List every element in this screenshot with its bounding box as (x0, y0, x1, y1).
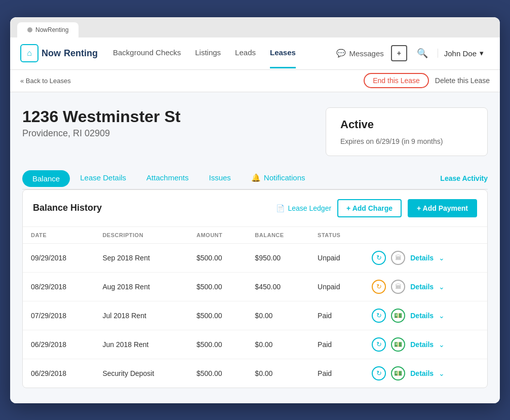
add-box-icon[interactable]: + (391, 45, 407, 61)
refresh-icon[interactable]: ↻ (372, 309, 386, 323)
notifications-label: Notifications (264, 173, 305, 182)
lease-ledger-button[interactable]: 📄 Lease Ledger (276, 204, 331, 212)
cell-date: 08/29/2018 (23, 272, 94, 301)
back-to-leases-link[interactable]: Back to Leases (20, 77, 71, 85)
details-link[interactable]: Details (410, 283, 434, 291)
table-header: DATE DESCRIPTION AMOUNT BALANCE STATUS (23, 227, 487, 244)
row-actions: ↻ 🏛 Details ⌄ (372, 280, 479, 294)
end-lease-button[interactable]: End this Lease (364, 73, 429, 88)
ledger-doc-icon: 📄 (276, 204, 285, 212)
payment-icon[interactable]: 🏛 (391, 280, 405, 294)
details-link[interactable]: Details (410, 254, 434, 262)
cell-amount: $500.00 (188, 359, 247, 388)
sub-nav: Back to Leases End this Lease Delete thi… (10, 70, 500, 92)
tab-notifications[interactable]: 🔔 Notifications (241, 168, 316, 189)
balance-history-title: Balance History (33, 203, 102, 213)
tabs-bar: Balance Lease Details Attachments Issues… (22, 168, 488, 189)
chevron-down-icon[interactable]: ⌄ (439, 254, 445, 262)
ledger-label: Lease Ledger (288, 204, 331, 212)
row-actions: ↻ 🏛 Details ⌄ (372, 251, 479, 265)
user-menu[interactable]: John Doe ▾ (438, 49, 490, 58)
user-name: John Doe (444, 49, 477, 58)
messages-label: Messages (349, 49, 383, 58)
cell-balance: $0.00 (247, 301, 309, 330)
nav-link-listings[interactable]: Listings (195, 38, 221, 68)
cell-balance: $0.00 (247, 359, 309, 388)
table-row: 08/29/2018 Aug 2018 Rent $500.00 $450.00… (23, 272, 487, 301)
cell-date: 09/29/2018 (23, 243, 94, 272)
chevron-down-icon[interactable]: ⌄ (439, 283, 445, 291)
cell-actions: ↻ 💵 Details ⌄ (364, 359, 487, 388)
payment-icon[interactable]: 💵 (391, 309, 405, 323)
messages-nav[interactable]: 💬 Messages (336, 49, 383, 58)
add-charge-button[interactable]: + Add Charge (337, 199, 402, 217)
details-link[interactable]: Details (410, 312, 434, 320)
tab-lease-details[interactable]: Lease Details (70, 168, 136, 188)
cell-description: Jun 2018 Rent (94, 330, 188, 359)
details-link[interactable]: Details (410, 369, 434, 377)
cell-actions: ↻ 💵 Details ⌄ (364, 330, 487, 359)
cell-amount: $500.00 (188, 272, 247, 301)
table-row: 09/29/2018 Sep 2018 Rent $500.00 $950.00… (23, 243, 487, 272)
nav-link-background-checks[interactable]: Background Checks (113, 38, 181, 68)
nav-links: Background Checks Listings Leads Leases (113, 38, 336, 68)
add-payment-button[interactable]: + Add Payment (408, 199, 477, 217)
col-status: STATUS (309, 227, 364, 244)
cell-amount: $500.00 (188, 330, 247, 359)
refresh-icon[interactable]: ↻ (372, 337, 386, 352)
speech-bubble-icon: 💬 (336, 49, 346, 58)
payment-icon[interactable]: 💵 (391, 366, 405, 380)
tab-dot (27, 27, 32, 32)
cell-date: 06/29/2018 (23, 330, 94, 359)
chevron-down-icon: ▾ (480, 49, 484, 58)
expires-text: Expires on 6/29/19 (in 9 months) (340, 137, 473, 145)
logo[interactable]: ⌂ NowRenting (20, 44, 98, 62)
balance-card: Balance History 📄 Lease Ledger + Add Cha… (22, 189, 488, 388)
payment-icon[interactable]: 🏛 (391, 251, 405, 265)
cell-description: Sep 2018 Rent (94, 243, 188, 272)
status-title: Active (340, 118, 473, 131)
chevron-down-icon[interactable]: ⌄ (439, 340, 445, 349)
cell-balance: $950.00 (247, 243, 309, 272)
property-address-line2: Providence, RI 02909 (22, 128, 180, 139)
tab-issues[interactable]: Issues (199, 168, 241, 188)
browser-window: NowRenting ⌂ NowRenting Background Check… (10, 17, 500, 403)
payment-icon[interactable]: 💵 (391, 337, 405, 352)
refresh-icon[interactable]: ↻ (372, 366, 386, 380)
col-date: DATE (23, 227, 94, 244)
status-card: Active Expires on 6/29/19 (in 9 months) (326, 107, 488, 156)
balance-table: DATE DESCRIPTION AMOUNT BALANCE STATUS 0… (23, 227, 487, 388)
nav-link-leases[interactable]: Leases (270, 38, 296, 68)
tab-attachments[interactable]: Attachments (136, 168, 199, 188)
cell-status: Paid (309, 359, 364, 388)
sub-nav-actions: End this Lease Delete this Lease (364, 73, 490, 88)
search-icon[interactable]: 🔍 (414, 45, 430, 61)
cell-amount: $500.00 (188, 243, 247, 272)
cell-description: Security Deposit (94, 359, 188, 388)
refresh-icon[interactable]: ↻ (372, 251, 386, 265)
nav-right: 💬 Messages + 🔍 John Doe ▾ (336, 45, 490, 61)
table-row: 07/29/2018 Jul 2018 Rent $500.00 $0.00 P… (23, 301, 487, 330)
bell-icon: 🔔 (251, 173, 261, 182)
tab-balance[interactable]: Balance (22, 170, 70, 187)
cell-actions: ↻ 🏛 Details ⌄ (364, 272, 487, 301)
property-header: 1236 Westminster St Providence, RI 02909… (22, 107, 488, 156)
nav-link-leads[interactable]: Leads (235, 38, 256, 68)
cell-date: 06/29/2018 (23, 359, 94, 388)
cell-amount: $500.00 (188, 301, 247, 330)
chevron-down-icon[interactable]: ⌄ (439, 312, 445, 320)
col-actions (364, 227, 487, 244)
chevron-down-icon[interactable]: ⌄ (439, 369, 445, 377)
balance-actions: 📄 Lease Ledger + Add Charge + Add Paymen… (276, 199, 477, 217)
tab-label: NowRenting (35, 26, 68, 33)
table-body: 09/29/2018 Sep 2018 Rent $500.00 $950.00… (23, 243, 487, 388)
cell-description: Jul 2018 Rent (94, 301, 188, 330)
row-actions: ↻ 💵 Details ⌄ (372, 337, 479, 352)
details-link[interactable]: Details (410, 340, 434, 349)
refresh-icon[interactable]: ↻ (372, 280, 386, 294)
lease-activity-link[interactable]: Lease Activity (440, 169, 488, 187)
cell-balance: $0.00 (247, 330, 309, 359)
delete-lease-link[interactable]: Delete this Lease (435, 77, 490, 85)
nav-bar: ⌂ NowRenting Background Checks Listings … (10, 37, 500, 70)
cell-balance: $450.00 (247, 272, 309, 301)
